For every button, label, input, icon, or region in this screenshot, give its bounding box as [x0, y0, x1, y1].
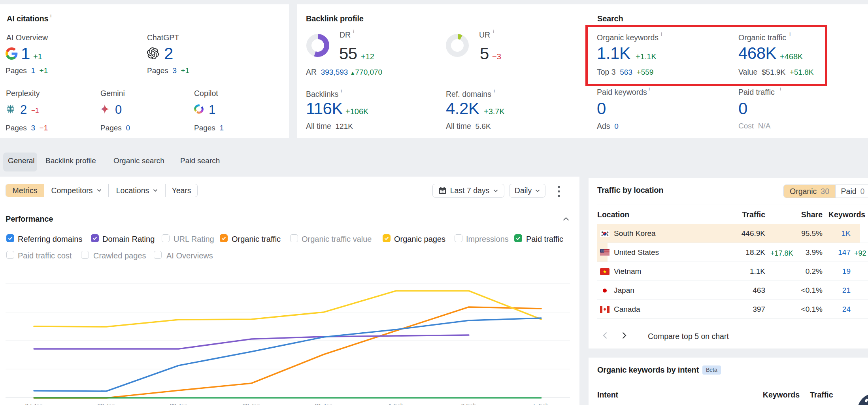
svg-text:30 Jan: 30 Jan	[242, 402, 260, 405]
svg-text:31 Jan: 31 Jan	[315, 402, 332, 405]
svg-text:3 Feb: 3 Feb	[461, 402, 476, 405]
svg-text:5 Feb: 5 Feb	[534, 402, 549, 405]
svg-text:1 Feb: 1 Feb	[389, 402, 404, 405]
svg-text:28 Jan: 28 Jan	[97, 402, 115, 405]
svg-text:29 Jan: 29 Jan	[170, 402, 187, 405]
svg-text:27 Jan: 27 Jan	[25, 402, 43, 405]
